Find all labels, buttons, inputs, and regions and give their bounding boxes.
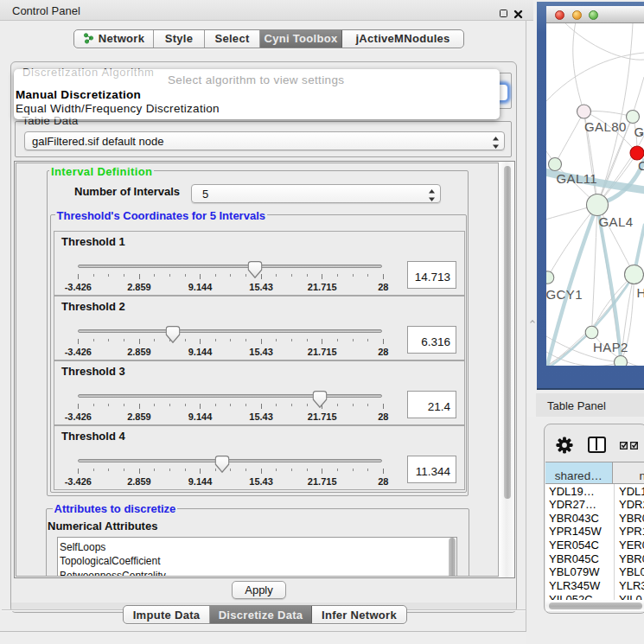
svg-text:H: H — [637, 285, 644, 300]
svg-text:GAL4: GAL4 — [599, 214, 634, 229]
svg-text:GCY1: GCY1 — [546, 287, 583, 302]
svg-text:G: G — [634, 124, 644, 139]
svg-text:GAL11: GAL11 — [557, 171, 598, 186]
svg-text:GAL80: GAL80 — [584, 119, 627, 134]
svg-text:HAP2: HAP2 — [593, 340, 628, 354]
svg-text:C: C — [638, 158, 644, 173]
